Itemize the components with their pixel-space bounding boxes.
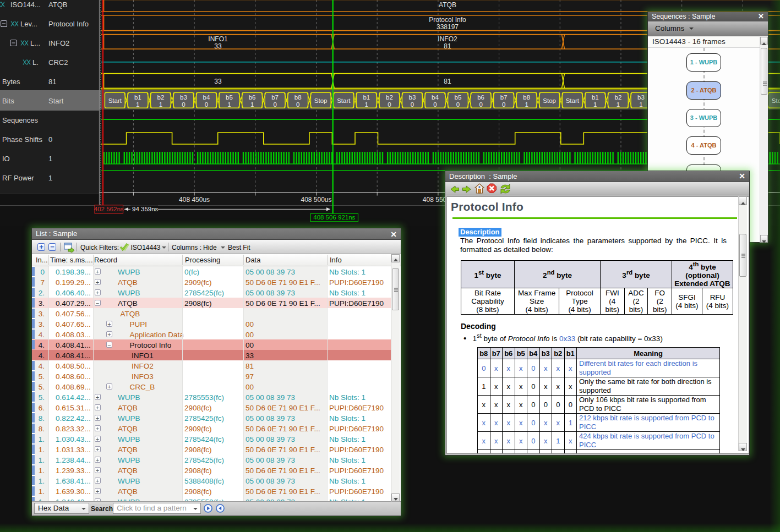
svg-text:1: 1	[250, 101, 254, 108]
svg-text:402 562ns: 402 562ns	[94, 206, 124, 212]
svg-text:0: 0	[456, 101, 460, 108]
svg-text:338197: 338197	[437, 23, 459, 31]
svg-text:0: 0	[205, 101, 208, 108]
svg-text:1: 1	[593, 101, 597, 108]
svg-text:b6: b6	[249, 94, 256, 101]
svg-text:b3: b3	[180, 94, 187, 101]
svg-text:Stop: Stop	[543, 97, 556, 104]
svg-text:1: 1	[365, 101, 368, 108]
svg-text:b3: b3	[409, 94, 416, 101]
svg-text:b1: b1	[363, 94, 370, 101]
svg-text:1: 1	[48, 155, 52, 163]
svg-text:0: 0	[502, 101, 505, 108]
svg-text:0: 0	[411, 101, 414, 108]
svg-text:0: 0	[273, 101, 276, 108]
svg-text:408 450us: 408 450us	[179, 196, 210, 204]
svg-text:L...: L...	[30, 39, 40, 47]
svg-text:Start: Start	[108, 97, 122, 104]
svg-text:81: 81	[444, 78, 451, 85]
svg-text:ATQB: ATQB	[439, 1, 456, 9]
svg-text:ISO144...: ISO144...	[10, 1, 41, 9]
svg-text:b8: b8	[294, 94, 302, 101]
svg-text:b2: b2	[615, 94, 622, 101]
svg-text:81: 81	[48, 78, 56, 86]
svg-text:b6: b6	[477, 94, 484, 101]
svg-text:b2: b2	[386, 94, 393, 101]
svg-text:1: 1	[227, 101, 231, 108]
svg-text:b4: b4	[432, 94, 439, 101]
svg-text:Stop: Stop	[314, 97, 328, 104]
svg-text:0: 0	[433, 101, 437, 108]
svg-text:Start: Start	[566, 97, 580, 104]
svg-text:0: 0	[479, 101, 482, 108]
svg-text:Sequences: Sequences	[2, 116, 39, 124]
svg-text:b2: b2	[157, 94, 165, 101]
svg-text:b1: b1	[592, 94, 599, 101]
svg-text:33: 33	[214, 42, 222, 50]
svg-text:1: 1	[639, 101, 642, 108]
svg-text:L.: L.	[32, 58, 39, 67]
svg-text:Start: Start	[48, 97, 64, 105]
svg-text:0: 0	[182, 101, 185, 108]
svg-text:Bytes: Bytes	[2, 78, 20, 86]
svg-text:1: 1	[136, 101, 139, 108]
svg-text:b3: b3	[637, 94, 645, 101]
svg-text:b8: b8	[523, 94, 530, 101]
svg-text:b5: b5	[226, 94, 233, 101]
svg-text:INFO1: INFO1	[208, 35, 228, 43]
svg-text:Protocol Info: Protocol Info	[429, 16, 466, 24]
svg-text:Start: Start	[337, 97, 351, 104]
svg-text:408 506 921ns: 408 506 921ns	[313, 214, 355, 221]
svg-text:0: 0	[48, 135, 52, 144]
svg-text:Bits: Bits	[2, 97, 14, 105]
svg-text:1: 1	[617, 101, 620, 108]
svg-text:b4: b4	[203, 94, 210, 101]
svg-text:IO: IO	[2, 155, 10, 163]
svg-text:Protocol Info: Protocol Info	[48, 20, 89, 28]
svg-text:Lev...: Lev...	[20, 20, 37, 28]
svg-text:ATQB: ATQB	[48, 1, 67, 9]
svg-text:94 359ns: 94 359ns	[132, 206, 159, 212]
svg-text:1: 1	[48, 174, 52, 182]
svg-text:0: 0	[296, 101, 299, 108]
svg-text:b7: b7	[500, 94, 508, 101]
svg-text:b5: b5	[455, 94, 462, 101]
svg-text:33: 33	[214, 78, 222, 85]
svg-text:1: 1	[525, 101, 528, 108]
svg-text:INFO2: INFO2	[48, 39, 69, 47]
svg-text:b7: b7	[271, 94, 279, 101]
svg-text:1: 1	[159, 101, 162, 108]
svg-text:RF Power: RF Power	[2, 174, 34, 182]
svg-text:408 500us: 408 500us	[301, 196, 331, 204]
svg-text:CRC2: CRC2	[48, 58, 68, 67]
svg-text:b1: b1	[134, 94, 141, 101]
svg-text:INFO2: INFO2	[438, 35, 457, 43]
svg-text:81: 81	[444, 42, 451, 50]
svg-text:0: 0	[388, 101, 391, 108]
svg-text:Phase Shifts: Phase Shifts	[2, 135, 42, 144]
